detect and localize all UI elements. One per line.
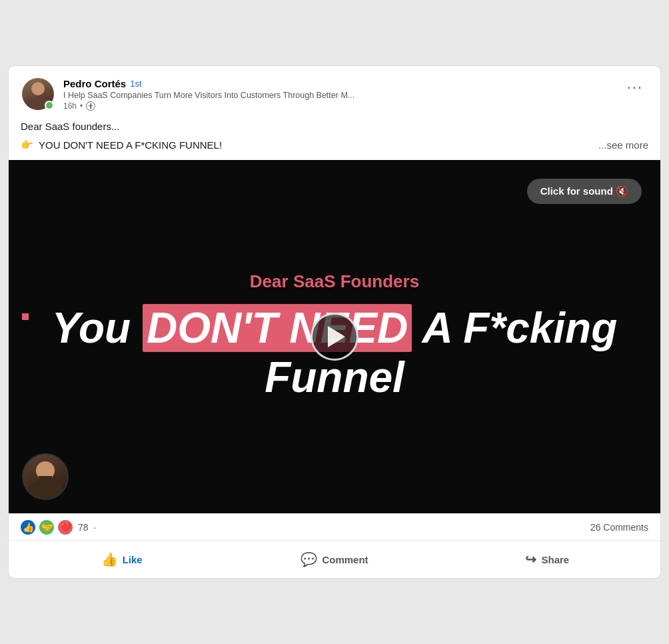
corner-accent-dot (22, 313, 29, 320)
comment-icon: 💬 (301, 551, 317, 567)
post-header: Pedro Cortés 1st I Help SaaS Companies T… (9, 66, 660, 118)
speaker-avatar (22, 453, 69, 500)
share-button[interactable]: ↪ Share (441, 543, 654, 575)
author-headline: I Help SaaS Companies Turn More Visitors… (63, 91, 354, 100)
video-container[interactable]: Click for sound 🔇 Dear SaaS Founders You… (9, 160, 660, 513)
post-cta-text: YOU DON'T NEED A F*CKING FUNNEL! (39, 139, 222, 151)
video-subtitle: Dear SaaS Founders (49, 271, 620, 292)
like-label: Like (123, 554, 143, 565)
like-icon: 👍 (101, 551, 118, 567)
post-meta: 16h • (63, 101, 354, 111)
meta-separator: • (80, 101, 83, 111)
visibility-globe-icon (86, 101, 95, 111)
online-status-dot (45, 101, 54, 110)
reaction-count: 78 (78, 522, 89, 533)
like-reaction-icon: 👍 (21, 520, 35, 535)
avatar[interactable] (21, 77, 55, 111)
post-line1: Dear SaaS founders... (21, 121, 648, 132)
share-icon: ↪ (525, 551, 536, 567)
pointing-emoji: 👉 (21, 139, 33, 151)
reactions-row: 👍 🤝 ❤️ 78 · 26 Comments (9, 513, 660, 541)
actions-row: 👍 Like 💬 Comment ↪ Share (9, 541, 660, 578)
play-triangle-icon (328, 326, 345, 347)
comment-label: Comment (322, 554, 368, 565)
see-more-link[interactable]: ...see more (598, 139, 648, 151)
post-text: Dear SaaS founders... 👉 YOU DON'T NEED A… (9, 118, 660, 160)
reactions-separator: · (94, 522, 97, 533)
comment-button[interactable]: 💬 Comment (228, 543, 440, 575)
comments-count[interactable]: 26 Comments (590, 522, 648, 533)
play-button[interactable] (311, 313, 358, 361)
share-label: Share (541, 554, 569, 565)
speaker-body (28, 480, 63, 499)
video-text-post: A F*cking (412, 304, 617, 352)
more-options-button[interactable]: ··· (622, 77, 648, 98)
author-name[interactable]: Pedro Cortés (63, 78, 126, 89)
support-reaction-icon: 🤝 (39, 520, 54, 535)
post-line2: 👉 YOU DON'T NEED A F*CKING FUNNEL! ...se… (21, 139, 648, 151)
author-name-row: Pedro Cortés 1st (63, 78, 354, 89)
click-for-sound-button[interactable]: Click for sound 🔇 (527, 179, 642, 204)
like-button[interactable]: 👍 Like (15, 543, 228, 575)
love-reaction-icon: ❤️ (58, 520, 73, 535)
author-section: Pedro Cortés 1st I Help SaaS Companies T… (21, 77, 354, 111)
connection-badge: 1st (130, 79, 141, 89)
video-text-pre: You (52, 304, 143, 352)
video-highlight: DON'T NEED (143, 304, 412, 352)
linkedin-post-card: Pedro Cortés 1st I Help SaaS Companies T… (8, 65, 661, 579)
click-for-sound-label: Click for sound 🔇 (540, 185, 628, 197)
post-time: 16h (63, 101, 77, 111)
author-info: Pedro Cortés 1st I Help SaaS Companies T… (63, 78, 354, 111)
